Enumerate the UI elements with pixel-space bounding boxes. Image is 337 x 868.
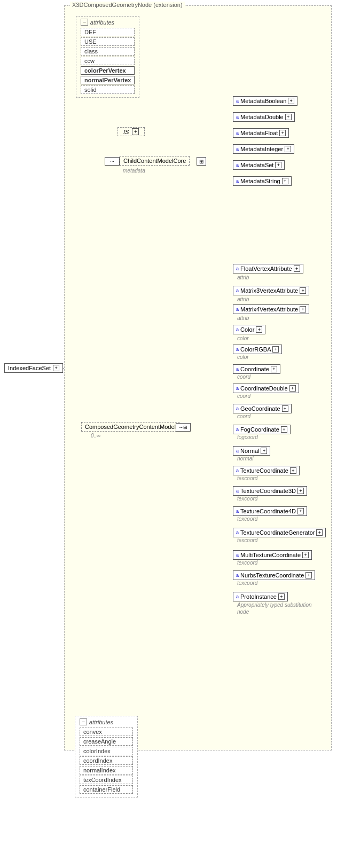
TextureCoordinate3D-sublabel: texcoord [237, 496, 257, 502]
NurbsTextureCoordinate-sublabel: texcoord [237, 580, 257, 586]
Matrix3VertexAttribute-sublabel: attrib [237, 296, 249, 302]
TextureCoordinateGenerator-sublabel: texcoord [237, 537, 257, 543]
Color-label: Color [240, 326, 254, 333]
node-ProtoInstance: a ProtoInstance + [233, 592, 288, 601]
Coordinate-label: Coordinate [240, 366, 269, 372]
MetadataDouble-prefix: a [236, 114, 239, 120]
Matrix3VertexAttribute-label: Matrix3VertexAttribute [240, 287, 298, 294]
attr-USE: USE [81, 37, 135, 46]
ProtoInstance-sublabel: Appropriately typed substitution node [237, 601, 312, 615]
bottom-minus-icon[interactable]: − [80, 718, 87, 725]
Matrix3VertexAttribute-expand[interactable]: + [300, 287, 306, 294]
MetadataInteger-expand[interactable]: + [285, 146, 291, 152]
attr-solid: solid [81, 85, 135, 94]
ColorRGBA-sublabel: color [237, 354, 249, 360]
GeoCoordinate-label: GeoCoordinate [240, 405, 280, 412]
MetadataBoolean-prefix: a [236, 98, 239, 104]
TextureCoordinate3D-label: TextureCoordinate3D [240, 488, 296, 494]
Coordinate-expand[interactable]: + [271, 366, 277, 372]
node-Normal: a Normal + [233, 446, 270, 456]
MetadataBoolean-label: MetadataBoolean [240, 98, 286, 104]
node-TextureCoordinate: a TextureCoordinate + [233, 466, 300, 475]
indexed-faceset-box: IndexedFaceSet + [4, 363, 63, 373]
FogCoordinate-sublabel: fogcoord [237, 434, 258, 440]
node-MultiTextureCoordinate: a MultiTextureCoordinate + [233, 550, 312, 560]
MetadataInteger-prefix: a [236, 146, 239, 152]
node-CoordinateDouble: a CoordinateDouble + [233, 384, 299, 393]
NurbsTextureCoordinate-label: NurbsTextureCoordinate [240, 572, 304, 578]
node-MetadataSet: a MetadataSet + [233, 160, 285, 170]
attr-containerField: containerField [80, 785, 133, 794]
node-MetadataBoolean: a MetadataBoolean + [233, 96, 297, 106]
indexed-faceset-expand[interactable]: + [53, 365, 59, 371]
Matrix4VertexAttribute-label: Matrix4VertexAttribute [240, 306, 298, 312]
node-MetadataInteger: a MetadataInteger + [233, 144, 294, 154]
MultiTextureCoordinate-label: MultiTextureCoordinate [240, 552, 301, 558]
node-MetadataDouble: a MetadataDouble + [233, 112, 295, 122]
attr-convex: convex [80, 728, 133, 736]
node-GeoCoordinate: a GeoCoordinate + [233, 404, 292, 413]
MetadataInteger-label: MetadataInteger [240, 146, 283, 152]
MetadataDouble-expand[interactable]: + [285, 114, 292, 120]
composed-geometry-content-model-box: ComposedGeometryContentModel [81, 422, 179, 432]
FogCoordinate-label: FogCoordinate [240, 426, 279, 433]
NurbsTextureCoordinate-expand[interactable]: + [305, 572, 312, 578]
attributes-title: − attributes [81, 19, 135, 26]
node-Matrix3VertexAttribute: a Matrix3VertexAttribute + [233, 286, 309, 295]
attr-ccw: ccw [81, 57, 135, 65]
TextureCoordinate-expand[interactable]: + [290, 467, 296, 474]
TextureCoordinate-label: TextureCoordinate [240, 467, 288, 474]
TextureCoordinate-sublabel: texcoord [237, 475, 257, 481]
ProtoInstance-expand[interactable]: + [278, 593, 285, 600]
MetadataFloat-label: MetadataFloat [240, 130, 278, 136]
MetadataSet-expand[interactable]: + [275, 162, 281, 168]
node-Matrix4VertexAttribute: a Matrix4VertexAttribute + [233, 304, 309, 314]
node-TextureCoordinate3D: a TextureCoordinate3D + [233, 486, 307, 496]
TextureCoordinateGenerator-label: TextureCoordinateGenerator [240, 529, 315, 536]
GeoCoordinate-expand[interactable]: + [282, 405, 288, 412]
MetadataFloat-expand[interactable]: + [279, 130, 286, 136]
TextureCoordinate4D-expand[interactable]: + [297, 508, 304, 514]
attr-DEF: DEF [81, 28, 135, 36]
Normal-sublabel: normal [237, 456, 254, 462]
ColorRGBA-label: ColorRGBA [240, 346, 271, 353]
Normal-expand[interactable]: + [261, 448, 267, 454]
ColorRGBA-expand[interactable]: + [272, 346, 279, 353]
node-FloatVertexAttribute: a FloatVertexAttribute + [233, 264, 303, 273]
Matrix4VertexAttribute-sublabel: attrib [237, 315, 249, 321]
child-content-sublabel: metadata [123, 168, 145, 174]
child-content-model-core-box: ChildContentModelCore [120, 156, 190, 166]
is-expand-icon[interactable]: + [132, 128, 139, 135]
is-label: IS [123, 129, 129, 135]
attr-normalIndex: normalIndex [80, 766, 133, 775]
attr-class: class [81, 47, 135, 56]
MetadataBoolean-expand[interactable]: + [288, 98, 294, 104]
child-content-model-label: ChildContentModelCore [123, 158, 186, 164]
FloatVertexAttribute-expand[interactable]: + [294, 265, 300, 272]
MetadataFloat-prefix: a [236, 130, 239, 136]
composed-merge-connector[interactable]: ∼⊞ [176, 423, 191, 432]
MetadataString-expand[interactable]: + [282, 178, 288, 184]
attr-normalPerVertex: normalPerVertex [81, 76, 135, 84]
Matrix4VertexAttribute-expand[interactable]: + [300, 306, 306, 312]
composed-sublabel: 0..∞ [91, 433, 100, 439]
child-content-expand-icon[interactable]: ⊞ [197, 157, 206, 166]
Color-expand[interactable]: + [256, 326, 262, 333]
is-box: IS + [117, 127, 145, 136]
MetadataDouble-label: MetadataDouble [240, 114, 284, 120]
node-FogCoordinate: a FogCoordinate + [233, 425, 291, 434]
attr-creaseAngle: creaseAngle [80, 737, 133, 746]
node-ColorRGBA: a ColorRGBA + [233, 345, 282, 354]
merge-connector[interactable]: ··· [105, 157, 120, 166]
FogCoordinate-expand[interactable]: + [281, 426, 287, 433]
MetadataString-label: MetadataString [240, 178, 280, 184]
MultiTextureCoordinate-expand[interactable]: + [302, 552, 309, 558]
CoordinateDouble-expand[interactable]: + [289, 385, 296, 392]
minus-icon[interactable]: − [81, 19, 88, 26]
MultiTextureCoordinate-sublabel: texcoord [237, 560, 257, 566]
node-MetadataString: a MetadataString + [233, 176, 292, 186]
Coordinate-sublabel: coord [237, 374, 250, 380]
TextureCoordinate3D-expand[interactable]: + [297, 488, 304, 494]
attr-colorIndex: colorIndex [80, 747, 133, 755]
TextureCoordinateGenerator-expand[interactable]: + [316, 529, 323, 536]
